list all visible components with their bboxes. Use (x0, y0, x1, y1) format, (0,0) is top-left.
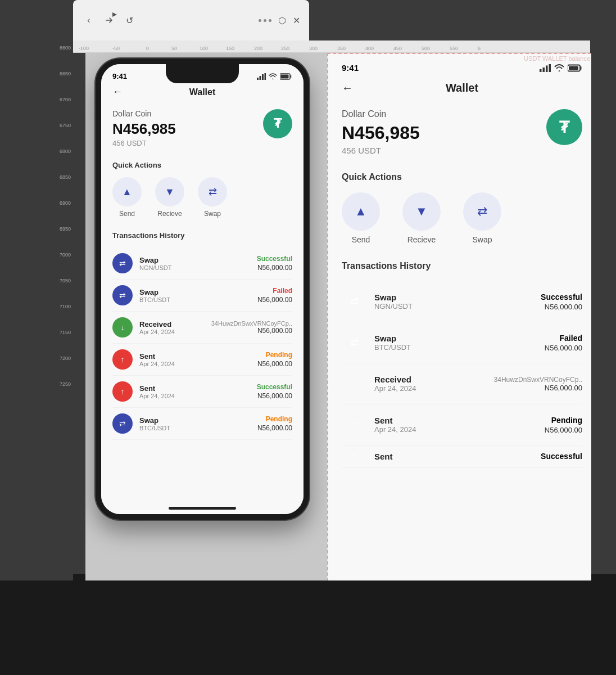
preview-signal-icon (540, 64, 551, 72)
ruler-mark-400: 400 (365, 46, 374, 51)
browser-bar: ‹ ↺ ⬡ ✕ (73, 0, 309, 40)
design-preview: USDT WALLET balance 9:41 (327, 53, 591, 580)
ruler-mark-50: 50 (171, 46, 177, 51)
tx-sub: NGN/USDT (139, 264, 250, 271)
preview-swap-button[interactable]: ⇄ (463, 192, 501, 231)
transactions-section: Transactions History ⇄ Swap NGN/USDT Suc… (101, 227, 304, 444)
preview-tx-title: Transactions History (342, 261, 582, 271)
sent-icon: ↑ (112, 381, 133, 402)
tx-right: Successful N56,000.00 (257, 255, 292, 272)
tx-type: Swap (139, 416, 251, 425)
tx-status: Pending (257, 351, 292, 359)
ruler-v-6950: 6950 (28, 226, 73, 232)
preview-swap-icon: ⇄ (342, 330, 366, 355)
svg-rect-2 (262, 74, 264, 80)
ruler-mark-n100: -100 (79, 46, 89, 51)
close-button[interactable]: ✕ (293, 15, 300, 26)
send-button[interactable]: ▲ (112, 177, 142, 206)
wallet-title: Wallet (189, 87, 216, 97)
list-item[interactable]: ⇄ Swap NGN/USDT Successful N56,000.00 (342, 281, 582, 322)
back-button[interactable]: ‹ (82, 14, 96, 27)
tx-type: Swap (139, 288, 251, 296)
ruler-mark-300: 300 (309, 46, 318, 51)
refresh-button[interactable]: ↺ (123, 14, 136, 27)
preview-receive-button[interactable]: ▼ (402, 192, 441, 231)
ruler-v-7100: 7100 (28, 304, 73, 309)
preview-coin-name: Dollar Coin (342, 109, 582, 119)
tx-sub: Apr 24, 2024 (139, 328, 205, 335)
preview-balance-section: Dollar Coin N456,985 456 USDT ₮ (328, 102, 591, 166)
ruler-v-7000: 7000 (28, 252, 73, 258)
ruler-v-6600: 6600 (28, 45, 73, 51)
status-time: 9:41 (112, 72, 127, 80)
preview-transactions: Transactions History ⇄ Swap NGN/USDT Suc… (328, 255, 591, 474)
preview-sent-icon: ↑ (342, 446, 366, 468)
table-row[interactable]: ⇄ Swap BTC/USDT Failed N56,000.00 (112, 280, 292, 312)
tether-icon: ₮ (263, 109, 292, 138)
preview-tx-info: Sent Apr 24, 2024 (374, 416, 537, 434)
design-canvas: 9:41 (85, 53, 591, 580)
status-icons (257, 73, 292, 80)
tx-amount: N56,000.00 (257, 264, 292, 272)
tx-status: Successful (257, 255, 292, 263)
swap-icon: ⇄ (112, 413, 133, 434)
tx-amount: N56,000.00 (257, 296, 292, 304)
preview-swap-icon: ⇄ (342, 289, 366, 314)
svg-rect-9 (549, 64, 551, 72)
preview-content: 9:41 (328, 54, 591, 580)
swap-icon: ⇄ (112, 285, 133, 305)
preview-receive-action[interactable]: ▼ Recieve (402, 192, 441, 244)
forward-button[interactable] (102, 14, 116, 27)
svg-rect-11 (569, 66, 578, 70)
phone-screen: 9:41 (101, 64, 304, 514)
preview-actions-row: ▲ Send ▼ Recieve ⇄ Swap (342, 192, 582, 244)
preview-send-action[interactable]: ▲ Send (342, 192, 380, 244)
back-button-phone[interactable]: ← (112, 86, 123, 98)
receive-action[interactable]: ▼ Recieve (155, 177, 184, 218)
ruler-v-6700: 6700 (28, 97, 73, 102)
preview-send-button[interactable]: ▲ (342, 192, 380, 231)
tx-right: Successful N56,000.00 (257, 383, 292, 400)
svg-rect-0 (257, 78, 259, 80)
tx-amount: N56,000.00 (211, 327, 292, 335)
list-item[interactable]: ↓ Received Apr 24, 2024 34HuwzDnSwxVRNCo… (342, 363, 582, 404)
tx-type: Sent (139, 384, 250, 393)
swap-action[interactable]: ⇄ Swap (198, 177, 227, 218)
preview-tx-info: Swap NGN/USDT (374, 292, 533, 310)
tx-sub: BTC/USDT (139, 425, 251, 431)
new-tab-button[interactable]: ⬡ (278, 15, 286, 26)
list-item[interactable]: ⇄ Swap BTC/USDT Failed N56,000.00 (342, 322, 582, 363)
tx-right: Failed N56,000.00 (257, 287, 292, 304)
ruler-mark-0: 0 (146, 46, 149, 51)
left-panel: 6600 6650 6700 6750 6800 6850 6900 6950 … (0, 40, 73, 580)
table-row[interactable]: ⇄ Swap BTC/USDT Pending N56,000.00 (112, 408, 292, 440)
table-row[interactable]: ↓ Received Apr 24, 2024 34HuwzDnSwxVRNCo… (112, 312, 292, 344)
preview-wallet-title: Wallet (446, 82, 478, 94)
tx-right: Pending N56,000.00 (257, 351, 292, 368)
table-row[interactable]: ↑ Sent Apr 24, 2024 Successful N56,000.0… (112, 376, 292, 408)
balance-usdt: 456 USDT (112, 139, 292, 147)
preview-back-button[interactable]: ← (342, 82, 353, 94)
svg-rect-8 (546, 65, 548, 72)
list-item[interactable]: ↑ Sent Successful (342, 446, 582, 468)
preview-swap-action[interactable]: ⇄ Swap (463, 192, 501, 244)
quick-actions-section: Quick Actions ▲ Send ▼ Recieve ⇄ Swap (101, 156, 304, 227)
swap-button[interactable]: ⇄ (198, 177, 227, 206)
tx-info: Received Apr 24, 2024 (139, 320, 205, 335)
table-row[interactable]: ↑ Sent Apr 24, 2024 Pending N56,000.00 (112, 344, 292, 376)
preview-qa-title: Quick Actions (342, 172, 582, 182)
tx-info: Sent Apr 24, 2024 (139, 384, 250, 399)
browser-menu[interactable] (259, 19, 271, 22)
list-item[interactable]: ↑ Sent Apr 24, 2024 Pending N56,000.00 (342, 404, 582, 446)
tx-sub: Apr 24, 2024 (139, 361, 251, 367)
send-action[interactable]: ▲ Send (112, 177, 142, 218)
table-row[interactable]: ⇄ Swap NGN/USDT Successful N56,000.00 (112, 248, 292, 280)
preview-send-label: Send (352, 235, 370, 244)
receive-button[interactable]: ▼ (155, 177, 184, 206)
battery-icon (280, 73, 292, 80)
wifi-icon (269, 73, 277, 80)
balance-section: Dollar Coin N456,985 456 USDT ₮ (101, 104, 304, 156)
tx-type: Sent (139, 352, 251, 361)
send-label: Send (119, 210, 135, 218)
tx-sub: BTC/USDT (139, 296, 251, 303)
